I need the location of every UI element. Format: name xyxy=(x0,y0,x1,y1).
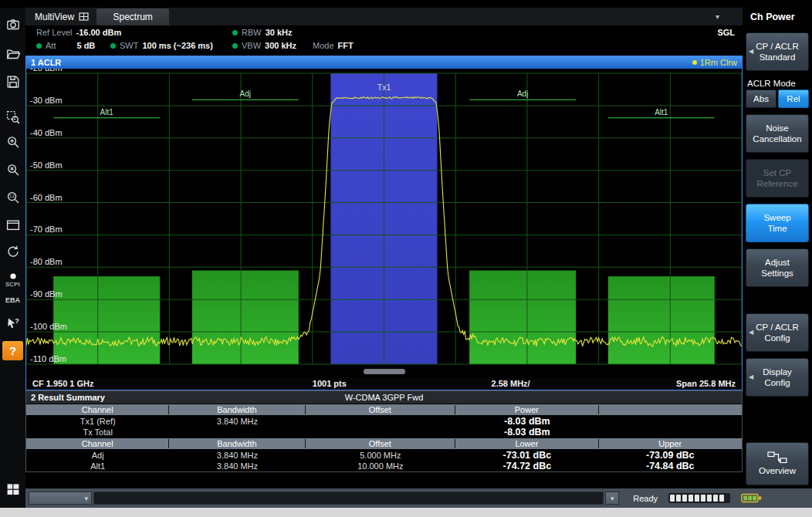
column-header: Offset xyxy=(306,439,456,448)
span-readout[interactable]: Span 25.8 MHz xyxy=(676,379,736,388)
status-ready-label: Ready xyxy=(633,494,658,503)
svg-text:1:1: 1:1 xyxy=(9,194,15,198)
softkey-display-config[interactable]: ◀DisplayConfig xyxy=(746,358,809,397)
softkey-cp-aclr-standard[interactable]: ◀CP / ACLRStandard xyxy=(746,32,809,71)
refresh-icon xyxy=(5,244,21,259)
softkey-menu-title: Ch Power xyxy=(746,8,809,26)
one-to-one-icon: 1:1 xyxy=(5,190,21,205)
table-row: Tx1 (Ref)3.840 MHz-8.03 dBm xyxy=(26,416,742,427)
vbw-coupling-dot-icon xyxy=(232,43,238,49)
swt-value[interactable]: 100 ms (~236 ms) xyxy=(142,41,212,50)
table-cell: -74.84 dBc xyxy=(599,461,742,471)
softkey-set-cp-reference: Set CPReference xyxy=(746,159,809,198)
column-header: Offset xyxy=(306,405,456,414)
display-window-button[interactable] xyxy=(2,215,25,236)
table-row: Alt13.840 MHz10.000 MHz-74.72 dBc-74.84 … xyxy=(26,461,742,471)
record-dot-icon xyxy=(7,272,19,280)
softkey-cp-aclr-config[interactable]: ◀CP / ACLRConfig xyxy=(746,313,809,352)
table-header-row: ChannelBandwidthOffsetPower xyxy=(26,404,742,415)
acp-table: ChannelBandwidthOffsetLowerUpperAdj3.840… xyxy=(26,438,742,471)
chart-scroll-handle[interactable] xyxy=(364,369,405,374)
center-frequency-readout[interactable]: CF 1.950 1 GHz xyxy=(32,379,93,388)
submenu-arrow-icon: ◀ xyxy=(749,48,753,56)
zoom-1to1-button[interactable]: 1:1 xyxy=(2,187,25,208)
table-cell: 3.840 MHz xyxy=(169,451,305,460)
table-cell: -74.72 dBc xyxy=(455,461,598,471)
trace1-dot-icon xyxy=(692,60,697,65)
result-window-titlebar[interactable]: 2 Result Summary W-CDMA 3GPP Fwd xyxy=(26,391,742,404)
softkey-overview[interactable]: Overview xyxy=(746,442,809,485)
column-header: Power xyxy=(455,405,598,414)
context-help-button[interactable]: ? xyxy=(2,313,25,335)
bottom-bezel xyxy=(0,508,812,517)
open-file-button[interactable] xyxy=(2,43,25,65)
replay-button[interactable] xyxy=(2,241,25,262)
att-value[interactable]: 5 dB xyxy=(76,41,95,50)
column-header: Channel xyxy=(26,405,169,414)
softkey-aclr-mode-rel[interactable]: Rel xyxy=(778,90,809,108)
windows-start-button[interactable] xyxy=(2,478,25,500)
table-cell: Tx Total xyxy=(26,427,169,437)
table-cell: 3.840 MHz xyxy=(169,417,305,426)
question-mark-icon: ? xyxy=(2,341,23,360)
multiview-grid-icon xyxy=(79,12,89,21)
channel-label: Tx1 xyxy=(377,83,391,92)
channel-label: Adj xyxy=(517,90,528,98)
att-coupling-dot-icon xyxy=(36,43,42,49)
vbw-value[interactable]: 300 kHz xyxy=(265,41,296,50)
screenshot-button[interactable] xyxy=(2,14,25,35)
zoom-off-button[interactable] xyxy=(2,159,25,181)
eba-button[interactable]: EBA xyxy=(2,295,25,306)
windows-logo-icon xyxy=(5,482,21,497)
sweep-mode-indicator: SGL xyxy=(717,28,735,37)
chart-title: 1 ACLR xyxy=(31,58,61,67)
tab-multiview-label: MultiView xyxy=(35,12,74,22)
softkey-adjust-settings[interactable]: AdjustSettings xyxy=(746,248,809,287)
softkey-sweep-time[interactable]: SweepTime xyxy=(746,204,809,242)
scpi-label: SCPI xyxy=(5,281,20,288)
instrument-screen: 1:1 SCPI EBA ? ? MultiView xyxy=(0,0,812,517)
tab-multiview[interactable]: MultiView xyxy=(25,8,96,25)
settings-bar: Ref Level -16.00 dBm RBW 30 kHz SGL Att … xyxy=(25,25,743,56)
att-label: Att xyxy=(46,41,56,50)
status-context-dropdown[interactable]: ▾ xyxy=(29,492,92,505)
softkey-noise-cancellation[interactable]: NoiseCancellation xyxy=(746,114,809,153)
help-button[interactable]: ? xyxy=(2,340,25,361)
zoom-in-button[interactable] xyxy=(2,131,25,153)
rbw-label: RBW xyxy=(242,28,262,37)
window-list-dropdown[interactable]: ▾ xyxy=(711,8,724,25)
chart-footer-bar: CF 1.950 1 GHz 1001 pts 2.58 MHz/ Span 2… xyxy=(26,378,742,390)
ref-level-value[interactable]: -16.00 dBm xyxy=(76,28,121,37)
rbw-value[interactable]: 30 kHz xyxy=(266,28,293,37)
tab-spectrum[interactable]: Spectrum xyxy=(96,8,169,25)
table-cell: Tx1 (Ref) xyxy=(26,417,169,426)
softkey-panel: Ch Power ◀CP / ACLRStandardACLR ModeAbsR… xyxy=(743,8,812,488)
folder-open-icon xyxy=(5,46,21,62)
aclr-window-titlebar[interactable]: 1 ACLR 1Rm Clrw xyxy=(26,56,742,69)
sweep-progress-bar xyxy=(668,493,730,503)
mode-value[interactable]: FFT xyxy=(338,41,354,50)
status-expand-dropdown[interactable]: ▾ xyxy=(605,492,619,505)
battery-icon xyxy=(741,492,763,504)
status-message-field[interactable] xyxy=(93,492,604,505)
y-axis-tick-label: -30 dBm xyxy=(30,96,63,105)
zoom-area-button[interactable] xyxy=(2,106,25,128)
scale-per-division-readout: 2.58 MHz/ xyxy=(492,379,530,388)
cursor-help-icon: ? xyxy=(5,316,21,332)
table-cell: 10.000 MHz xyxy=(306,461,456,471)
column-header: Channel xyxy=(26,439,169,448)
table-cell: -8.03 dBm xyxy=(455,427,598,438)
window-icon xyxy=(5,218,21,233)
standard-label: W-CDMA 3GPP Fwd xyxy=(345,393,424,402)
spectrum-display[interactable]: Alt1AdjTx1AdjAlt1-20 dBm-30 dBm-40 dBm-5… xyxy=(26,69,742,378)
softkey-aclr-mode-abs[interactable]: Abs xyxy=(746,90,776,108)
save-button[interactable] xyxy=(2,71,25,93)
scpi-recorder-button[interactable]: SCPI xyxy=(2,270,25,290)
column-header: Bandwidth xyxy=(169,439,305,448)
table-header-row: ChannelBandwidthOffsetLowerUpper xyxy=(26,438,742,449)
trace-indicator-label: 1Rm Clrw xyxy=(700,58,737,67)
floppy-icon xyxy=(5,74,21,90)
rbw-coupling-dot-icon xyxy=(232,30,238,35)
softkey-aclr-mode: ACLR ModeAbsRel xyxy=(746,77,809,108)
vbw-label: VBW xyxy=(242,41,261,50)
